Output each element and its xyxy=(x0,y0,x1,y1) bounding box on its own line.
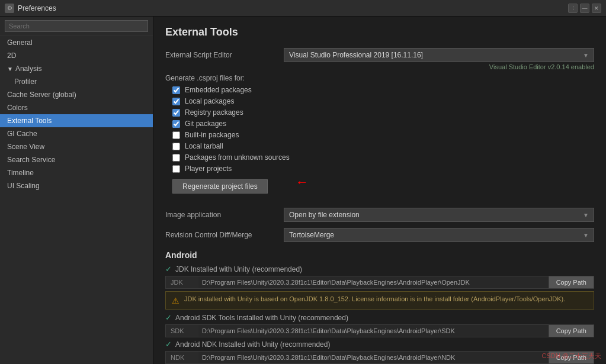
arrow-indicator: ← xyxy=(296,175,309,190)
sdk-check-icon: ✓ xyxy=(165,313,172,322)
watermark: CSDN @二十三天天 xyxy=(542,352,601,360)
checkbox-registry[interactable] xyxy=(172,109,180,117)
generate-label: Generate .csproj files for: xyxy=(165,74,594,82)
search-input[interactable] xyxy=(5,20,148,32)
android-section-title: Android xyxy=(165,250,594,260)
page-title: External Tools xyxy=(165,26,594,38)
revision-value: TortoiseMerge xyxy=(289,231,334,239)
close-button[interactable]: ✕ xyxy=(592,4,601,13)
revision-row: Revision Control Diff/Merge TortoiseMerg… xyxy=(165,228,594,242)
script-editor-row: External Script Editor Visual Studio Pro… xyxy=(165,48,594,62)
jdk-warning-box: ⚠ JDK installed with Unity is based on O… xyxy=(165,291,594,310)
image-app-value: Open by file extension xyxy=(289,211,360,219)
sidebar: General2D▼ AnalysisProfilerCache Server … xyxy=(0,17,153,364)
sdk-check-label: Android SDK Tools Installed with Unity (… xyxy=(175,314,348,322)
sdk-path-row: SDK D:\Program Files\Unity\2020.3.28f1c1… xyxy=(165,324,594,337)
checkbox-unknown[interactable] xyxy=(172,154,180,162)
ndk-label: NDK xyxy=(166,352,198,363)
script-editor-control: Visual Studio Professional 2019 [16.11.1… xyxy=(284,48,594,62)
generate-section: Generate .csproj files for: Embedded pac… xyxy=(165,74,594,199)
jdk-path-row: JDK D:\Program Files\Unity\2020.3.28f1c1… xyxy=(165,276,594,289)
checkbox-row-builtin: Built-in packages xyxy=(165,131,594,139)
checkbox-player[interactable] xyxy=(172,165,180,173)
window-controls: ⋮ — ✕ xyxy=(568,4,601,13)
ndk-check-icon: ✓ xyxy=(165,340,172,349)
checkbox-local-tarball[interactable] xyxy=(172,143,180,150)
sidebar-item-cache-server[interactable]: Cache Server (global) xyxy=(0,88,153,101)
checkbox-label-git: Git packages xyxy=(185,120,226,128)
sidebar-item-2d[interactable]: 2D xyxy=(0,49,153,62)
sidebar-arrow-icon: ▼ xyxy=(7,66,13,72)
checkbox-label-registry: Registry packages xyxy=(185,108,243,117)
checkbox-row-player: Player projects xyxy=(165,165,594,173)
checkbox-label-local-tarball: Local tarball xyxy=(185,142,223,150)
revision-control: TortoiseMerge ▼ xyxy=(284,228,594,242)
sidebar-item-gi-cache[interactable]: GI Cache xyxy=(0,127,153,140)
revision-dropdown[interactable]: TortoiseMerge ▼ xyxy=(284,228,594,242)
ndk-check-row: ✓ Android NDK Installed with Unity (reco… xyxy=(165,340,594,349)
jdk-copy-button[interactable]: Copy Path xyxy=(549,276,594,288)
script-editor-value: Visual Studio Professional 2019 [16.11.1… xyxy=(289,51,423,59)
app-icon: ⚙ xyxy=(5,4,14,13)
sidebar-item-timeline[interactable]: Timeline xyxy=(0,166,153,179)
jdk-check-row: ✓ JDK Installed with Unity (recommended) xyxy=(165,265,594,273)
ndk-check-label: Android NDK Installed with Unity (recomm… xyxy=(175,340,330,349)
revision-dropdown-arrow: ▼ xyxy=(583,232,589,239)
sidebar-item-colors[interactable]: Colors xyxy=(0,101,153,114)
script-editor-label: External Script Editor xyxy=(165,51,284,59)
checkbox-git[interactable] xyxy=(172,120,180,128)
image-app-label: Image application xyxy=(165,211,284,219)
dropdown-arrow-icon: ▼ xyxy=(583,52,589,59)
image-app-control: Open by file extension ▼ xyxy=(284,208,594,222)
checkbox-row-unknown: Packages from unknown sources xyxy=(165,153,594,162)
checkbox-row-local: Local packages xyxy=(165,97,594,105)
sidebar-item-external-tools[interactable]: External Tools xyxy=(0,114,153,127)
ndk-path-row: NDK D:\Program Files\Unity\2020.3.28f1c1… xyxy=(165,351,594,364)
sidebar-search-area xyxy=(0,17,153,36)
sidebar-item-scene-view[interactable]: Scene View xyxy=(0,140,153,153)
content-area: External Tools External Script Editor Vi… xyxy=(153,17,606,364)
jdk-warning-text: JDK installed with Unity is based on Ope… xyxy=(184,295,565,302)
jdk-check-icon: ✓ xyxy=(165,265,172,273)
checkbox-label-unknown: Packages from unknown sources xyxy=(185,153,290,162)
jdk-label: JDK xyxy=(166,276,198,288)
checkbox-local[interactable] xyxy=(172,98,180,105)
jdk-check-label: JDK Installed with Unity (recommended) xyxy=(175,265,302,273)
image-app-dropdown[interactable]: Open by file extension ▼ xyxy=(284,208,594,222)
minimize-button[interactable]: — xyxy=(580,4,589,13)
sidebar-item-search-service[interactable]: Search Service xyxy=(0,153,153,166)
title-bar-title: Preferences xyxy=(18,4,56,12)
main-layout: General2D▼ AnalysisProfilerCache Server … xyxy=(0,17,606,364)
checkbox-label-player: Player projects xyxy=(185,165,232,173)
regenerate-button[interactable]: Regenerate project files xyxy=(172,179,268,194)
checkbox-row-embedded: Embedded packages xyxy=(165,86,594,94)
ndk-path: D:\Program Files\Unity\2020.3.28f1c1\Edi… xyxy=(198,352,549,363)
checkbox-row-registry: Registry packages xyxy=(165,108,594,117)
checkbox-embedded[interactable] xyxy=(172,86,180,94)
sdk-label: SDK xyxy=(166,325,198,337)
checkbox-row-git: Git packages xyxy=(165,120,594,128)
sidebar-item-analysis[interactable]: ▼ Analysis xyxy=(0,62,153,75)
sidebar-item-profiler[interactable]: Profiler xyxy=(0,75,153,88)
sdk-path: D:\Program Files\Unity\2020.3.28f1c1\Edi… xyxy=(198,325,549,337)
checkbox-label-builtin: Built-in packages xyxy=(185,131,239,139)
sidebar-item-general[interactable]: General xyxy=(0,36,153,49)
jdk-path: D:\Program Files\Unity\2020.3.28f1c1\Edi… xyxy=(198,276,549,288)
image-app-dropdown-arrow: ▼ xyxy=(583,212,589,218)
more-button[interactable]: ⋮ xyxy=(568,4,578,13)
vs-hint: Visual Studio Editor v2.0.14 enabled xyxy=(165,63,594,70)
checkbox-label-local: Local packages xyxy=(185,97,234,105)
checkbox-row-local-tarball: Local tarball xyxy=(165,142,594,150)
image-app-row: Image application Open by file extension… xyxy=(165,208,594,222)
sdk-copy-button[interactable]: Copy Path xyxy=(549,325,594,337)
checkbox-label-embedded: Embedded packages xyxy=(185,86,252,94)
sidebar-item-ui-scaling[interactable]: UI Scaling xyxy=(0,179,153,192)
sdk-check-row: ✓ Android SDK Tools Installed with Unity… xyxy=(165,313,594,322)
script-editor-dropdown[interactable]: Visual Studio Professional 2019 [16.11.1… xyxy=(284,48,594,62)
warning-icon: ⚠ xyxy=(172,296,179,305)
checkbox-builtin[interactable] xyxy=(172,131,180,139)
revision-label: Revision Control Diff/Merge xyxy=(165,231,284,239)
title-bar: ⚙ Preferences ⋮ — ✕ xyxy=(0,0,606,17)
